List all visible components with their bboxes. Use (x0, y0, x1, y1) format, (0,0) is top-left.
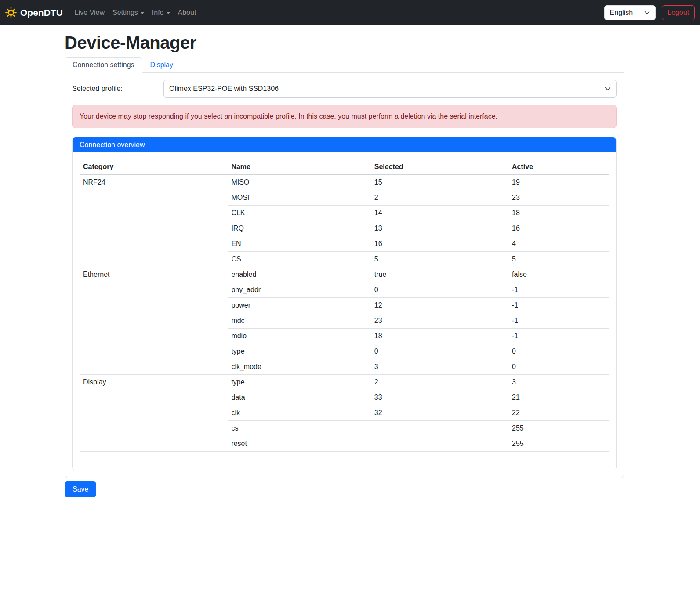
active-cell: 21 (508, 390, 609, 405)
name-cell: IRQ (228, 221, 370, 236)
category-cell: NRF24 (80, 175, 228, 267)
selected-cell (371, 421, 508, 436)
name-cell: data (228, 390, 370, 405)
brand-link[interactable]: OpenDTU (5, 7, 63, 18)
name-cell: cs (228, 421, 370, 436)
category-cell: Display (80, 375, 228, 452)
nav-item-label: Info (152, 9, 164, 17)
table-row: Displaytype23 (80, 375, 609, 390)
active-cell: 22 (508, 405, 609, 421)
selected-cell: 12 (371, 298, 508, 313)
active-cell: -1 (508, 298, 609, 313)
tab-connection-settings[interactable]: Connection settings (65, 57, 142, 73)
navbar: OpenDTU Live ViewSettingsInfoAbout Engli… (0, 0, 700, 25)
selected-cell: 23 (371, 313, 508, 329)
selected-cell: 14 (371, 206, 508, 221)
selected-cell: true (371, 267, 508, 282)
selected-cell: 2 (371, 190, 508, 206)
name-cell: clk_mode (228, 359, 370, 375)
language-select[interactable]: English (604, 5, 656, 20)
nav-item-live-view[interactable]: Live View (71, 5, 109, 20)
selected-cell: 5 (371, 252, 508, 267)
nav-item-info[interactable]: Info (148, 5, 174, 20)
name-cell: reset (228, 436, 370, 452)
nav-item-settings[interactable]: Settings (109, 5, 148, 20)
sun-icon (5, 7, 17, 18)
nav-item-label: About (178, 9, 196, 17)
column-header-category: Category (80, 159, 228, 175)
table-row: Ethernetenabledtruefalse (80, 267, 609, 282)
active-cell: 18 (508, 206, 609, 221)
selected-cell: 2 (371, 375, 508, 390)
connection-overview-body: CategoryNameSelectedActive NRF24MISO1519… (73, 152, 616, 452)
table-row: NRF24MISO1519 (80, 175, 609, 190)
name-cell: MOSI (228, 190, 370, 206)
profile-select[interactable]: Olimex ESP32-POE with SSD1306 (163, 80, 617, 98)
column-header-active: Active (508, 159, 609, 175)
name-cell: EN (228, 236, 370, 252)
active-cell: 0 (508, 359, 609, 375)
caret-down-icon (167, 12, 170, 14)
active-cell: 5 (508, 252, 609, 267)
selected-cell: 13 (371, 221, 508, 236)
active-cell: -1 (508, 329, 609, 344)
chevron-down-icon (644, 10, 650, 15)
name-cell: phy_addr (228, 282, 370, 298)
name-cell: mdio (228, 329, 370, 344)
nav-item-about[interactable]: About (174, 5, 200, 20)
name-cell: CS (228, 252, 370, 267)
tab-bar: Connection settingsDisplay (65, 57, 624, 73)
main-content: Device-Manager Connection settingsDispla… (65, 33, 624, 497)
active-cell: 3 (508, 375, 609, 390)
active-cell: -1 (508, 313, 609, 329)
active-cell: 0 (508, 344, 609, 359)
nav-menu: Live ViewSettingsInfoAbout (71, 5, 200, 20)
active-cell: 4 (508, 236, 609, 252)
name-cell: type (228, 344, 370, 359)
active-cell: 255 (508, 436, 609, 452)
nav-item-label: Live View (75, 9, 105, 17)
connection-overview-card: Connection overview CategoryNameSelected… (72, 137, 617, 470)
name-cell: clk (228, 405, 370, 421)
selected-cell: 16 (371, 236, 508, 252)
page-title: Device-Manager (65, 33, 624, 53)
table-header-row: CategoryNameSelectedActive (80, 159, 609, 175)
selected-cell: 18 (371, 329, 508, 344)
active-cell: 16 (508, 221, 609, 236)
active-cell: false (508, 267, 609, 282)
active-cell: 19 (508, 175, 609, 190)
name-cell: CLK (228, 206, 370, 221)
active-cell: -1 (508, 282, 609, 298)
nav-item-label: Settings (112, 9, 138, 17)
logout-button[interactable]: Logout (662, 5, 695, 20)
connection-overview-header: Connection overview (73, 137, 616, 152)
incompatible-profile-warning: Your device may stop responding if you s… (72, 105, 617, 128)
tab-display[interactable]: Display (142, 57, 181, 73)
column-header-selected: Selected (371, 159, 508, 175)
selected-cell: 0 (371, 344, 508, 359)
category-cell: Ethernet (80, 267, 228, 375)
name-cell: power (228, 298, 370, 313)
brand-label: OpenDTU (20, 7, 63, 18)
profile-select-value: Olimex ESP32-POE with SSD1306 (169, 85, 279, 93)
selected-cell: 3 (371, 359, 508, 375)
name-cell: enabled (228, 267, 370, 282)
selected-cell: 32 (371, 405, 508, 421)
name-cell: mdc (228, 313, 370, 329)
active-cell: 23 (508, 190, 609, 206)
selected-cell: 0 (371, 282, 508, 298)
selected-cell: 33 (371, 390, 508, 405)
save-button[interactable]: Save (65, 481, 96, 497)
name-cell: type (228, 375, 370, 390)
column-header-name: Name (228, 159, 370, 175)
selected-profile-row: Selected profile: Olimex ESP32-POE with … (72, 80, 617, 98)
connection-overview-table: CategoryNameSelectedActive NRF24MISO1519… (80, 159, 609, 452)
connection-settings-panel: Selected profile: Olimex ESP32-POE with … (65, 73, 624, 478)
selected-profile-label: Selected profile: (72, 85, 163, 93)
caret-down-icon (141, 12, 144, 14)
selected-cell (371, 436, 508, 452)
name-cell: MISO (228, 175, 370, 190)
chevron-down-icon (605, 86, 611, 92)
active-cell: 255 (508, 421, 609, 436)
language-selected-label: English (610, 9, 633, 17)
